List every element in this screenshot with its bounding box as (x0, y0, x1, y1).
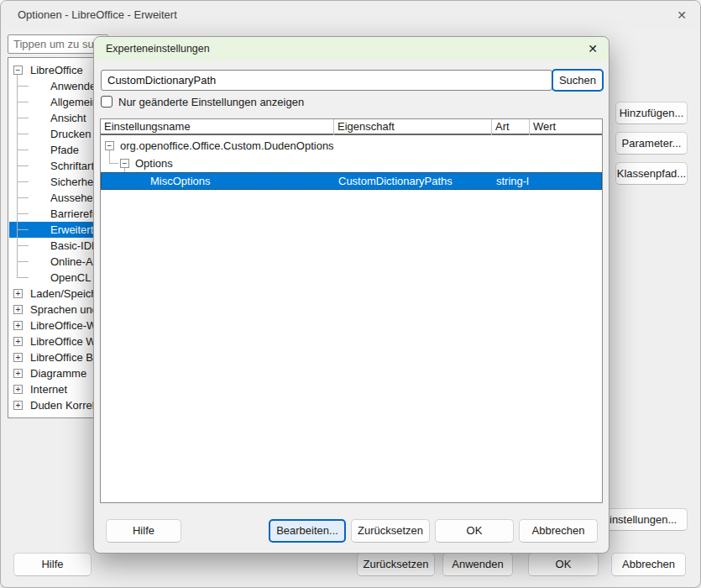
options-window: Optionen - LibreOffice - Erweitert ✕ − L… (0, 0, 701, 588)
column-header-eigenschaft[interactable]: Eigenschaft (334, 119, 492, 135)
window-title: Optionen - LibreOffice - Erweitert (18, 1, 177, 29)
help-button[interactable]: Hilfe (13, 553, 92, 576)
ok-button[interactable]: OK (528, 553, 599, 576)
search-button[interactable]: Suchen (552, 69, 604, 92)
column-header-art[interactable]: Art (492, 119, 530, 135)
expand-icon[interactable]: + (13, 369, 23, 378)
filter-modified-checkbox[interactable] (101, 96, 112, 108)
expand-icon[interactable]: + (13, 289, 23, 298)
column-header-einstellungsname[interactable]: Einstellungsname (101, 119, 334, 135)
dialog-titlebar: Experteneinstellungen ✕ (94, 37, 609, 60)
dialog-reset-button[interactable]: Zurücksetzen (351, 519, 430, 543)
column-header-wert[interactable]: Wert (530, 119, 603, 135)
expert-search-input[interactable] (101, 70, 552, 91)
reset-button[interactable]: Zurücksetzen (357, 553, 435, 576)
apply-button[interactable]: Anwenden (442, 553, 513, 576)
dialog-cancel-button[interactable]: Abbrechen (519, 519, 598, 543)
parameter-button[interactable]: Parameter... (615, 132, 688, 155)
expand-icon[interactable]: + (13, 305, 23, 314)
edit-button[interactable]: Bearbeiten... (269, 519, 346, 543)
dialog-ok-button[interactable]: OK (435, 519, 514, 543)
dialog-help-button[interactable]: Hilfe (106, 519, 181, 543)
add-button[interactable]: Hinzufügen... (615, 102, 688, 124)
expand-icon[interactable]: + (13, 385, 23, 394)
dialog-title: Experteneinstellungen (106, 37, 210, 60)
settings-table-header: Einstellungsname Eigenschaft Art Wert (101, 119, 602, 135)
expand-icon[interactable]: + (13, 353, 23, 362)
close-icon[interactable]: ✕ (583, 39, 602, 58)
classpath-button[interactable]: Klassenpfad... (615, 162, 688, 185)
table-row-dudenoptions[interactable]: − org.openoffice.Office.Custom.DudenOpti… (101, 137, 602, 155)
settings-table: Einstellungsname Eigenschaft Art Wert − … (100, 118, 603, 503)
filter-modified-label: Nur geänderte Einstellungen anzeigen (118, 95, 304, 109)
expand-icon[interactable]: + (13, 401, 23, 410)
cancel-button[interactable]: Abbrechen (611, 553, 686, 576)
expand-icon[interactable]: + (13, 321, 23, 330)
window-titlebar: Optionen - LibreOffice - Erweitert ✕ (1, 1, 700, 29)
close-icon[interactable]: ✕ (672, 5, 692, 25)
table-row-options[interactable]: − Options (101, 155, 602, 172)
collapse-icon[interactable]: − (13, 66, 23, 75)
expand-icon[interactable]: + (13, 337, 23, 346)
collapse-icon[interactable]: − (105, 141, 114, 150)
collapse-icon[interactable]: − (120, 159, 129, 168)
table-row-miscoptions-selected[interactable]: MiscOptions CustomDictionaryPaths string… (101, 172, 602, 190)
tree-connector-line (17, 75, 18, 278)
expert-settings-dialog: Experteneinstellungen ✕ Suchen Nur geänd… (93, 36, 609, 554)
